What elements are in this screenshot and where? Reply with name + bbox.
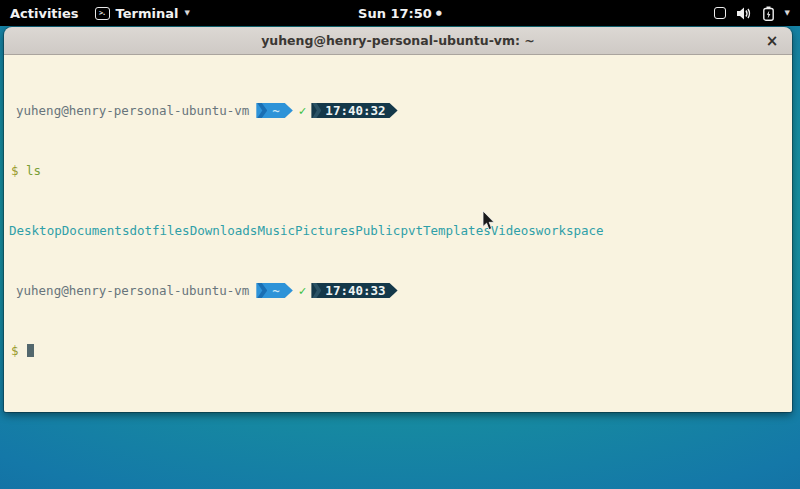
spacer: [19, 163, 27, 178]
terminal-cursor: [27, 344, 34, 357]
ls-entry: Desktop: [9, 223, 62, 238]
ls-entry: Downloads: [190, 223, 258, 238]
window-title: yuheng@henry-personal-ubuntu-vm: ~: [261, 33, 535, 48]
prompt-line-1: yuheng@henry-personal-ubuntu-vm ~ ✓ 17:4…: [8, 103, 788, 118]
ls-entry: pvt: [400, 223, 423, 238]
prompt-status-icon: ✓: [299, 103, 307, 118]
ls-entry: dotfiles: [129, 223, 189, 238]
terminal-content[interactable]: yuheng@henry-personal-ubuntu-vm ~ ✓ 17:4…: [4, 55, 792, 412]
window-titlebar[interactable]: yuheng@henry-personal-ubuntu-vm: ~ ×: [4, 27, 792, 55]
dollar-sign: $: [8, 343, 19, 358]
prompt-line-2: yuheng@henry-personal-ubuntu-vm ~ ✓ 17:4…: [8, 283, 788, 298]
top-bar: Activities >. Terminal ▼ Sun 17:50 ● ▼: [0, 0, 800, 26]
prompt-time-segment: 17:40:32: [311, 103, 397, 118]
ls-entry: Videos: [491, 223, 536, 238]
prompt-path-segment: ~: [256, 103, 293, 118]
current-input-line[interactable]: $: [8, 343, 788, 358]
command-text: ls: [26, 163, 41, 178]
prompt-status-icon: ✓: [299, 283, 307, 298]
prompt-user: yuheng@henry-personal-ubuntu-vm: [16, 283, 249, 298]
command-line: $ ls: [8, 163, 788, 178]
clock-area[interactable]: Sun 17:50 ●: [0, 6, 800, 21]
ls-entry: Music: [257, 223, 295, 238]
clock-label: Sun 17:50: [358, 6, 432, 21]
prompt-user: yuheng@henry-personal-ubuntu-vm: [16, 103, 249, 118]
close-button[interactable]: ×: [762, 31, 782, 51]
ls-entry: Templates: [423, 223, 491, 238]
ls-entry: workspace: [536, 223, 604, 238]
ls-entry: Pictures: [295, 223, 355, 238]
dollar-sign: $: [8, 163, 19, 178]
ls-entry: Public: [355, 223, 400, 238]
notification-dot: ●: [436, 9, 442, 17]
ls-entry: Documents: [62, 223, 130, 238]
terminal-window: yuheng@henry-personal-ubuntu-vm: ~ × yuh…: [4, 27, 792, 412]
prompt-path-segment: ~: [256, 283, 293, 298]
ls-output-line: Desktop Documents dotfiles Downloads Mus…: [8, 223, 788, 238]
prompt-time-segment: 17:40:33: [311, 283, 397, 298]
spacer: [19, 343, 27, 358]
